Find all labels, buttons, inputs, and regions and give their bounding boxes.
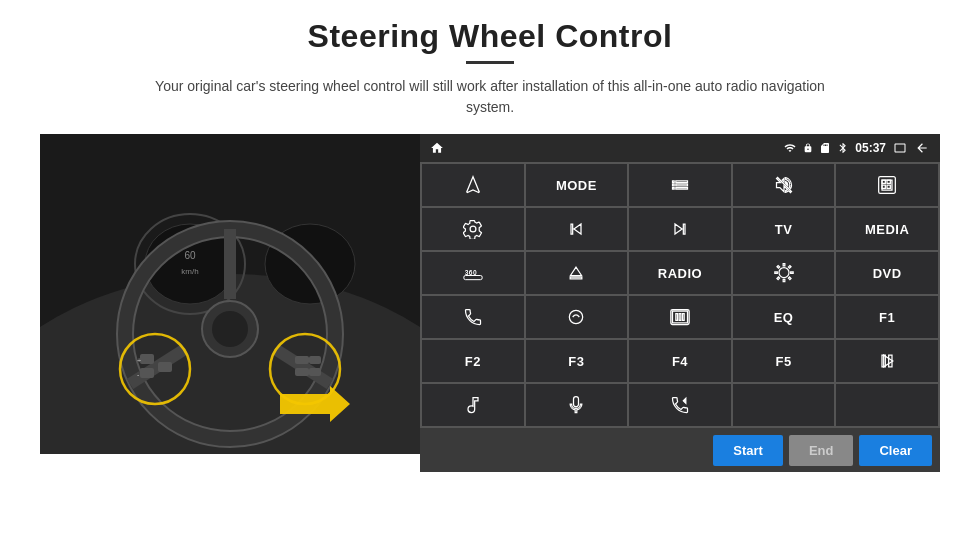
svg-rect-16 bbox=[140, 368, 154, 378]
svg-rect-15 bbox=[140, 354, 154, 364]
home-icon bbox=[430, 141, 444, 155]
svg-rect-19 bbox=[158, 362, 172, 372]
mirror-icon bbox=[892, 142, 908, 154]
car-image: 60 km/h + - bbox=[40, 134, 420, 454]
grid-container: MODETVMEDIA360RADIODVDEQF1F2F3F4F5 bbox=[420, 162, 940, 428]
svg-text:60: 60 bbox=[184, 250, 196, 261]
volphone-icon[interactable] bbox=[629, 384, 731, 426]
content-area: 60 km/h + - bbox=[40, 134, 940, 472]
lock-status-icon bbox=[803, 142, 813, 154]
wifi-status-icon bbox=[783, 142, 797, 154]
media-btn[interactable]: MEDIA bbox=[836, 208, 938, 250]
svg-rect-26 bbox=[464, 276, 482, 280]
svg-text:km/h: km/h bbox=[181, 267, 198, 276]
bluetooth-icon bbox=[837, 141, 849, 155]
control-panel: 05:37 MODETVMEDIA360RADIODVDEQF1F2F3F4F5… bbox=[420, 134, 940, 472]
svg-text:+: + bbox=[137, 357, 141, 364]
next-icon[interactable] bbox=[629, 208, 731, 250]
grid-icon[interactable] bbox=[836, 164, 938, 206]
title-divider bbox=[466, 61, 514, 64]
svg-rect-23 bbox=[309, 356, 321, 364]
tv-btn[interactable]: TV bbox=[733, 208, 835, 250]
mute-icon[interactable] bbox=[733, 164, 835, 206]
svg-point-27 bbox=[570, 310, 583, 323]
empty1[interactable] bbox=[733, 384, 835, 426]
clear-button[interactable]: Clear bbox=[859, 435, 932, 466]
svg-point-13 bbox=[212, 311, 248, 347]
f2-btn[interactable]: F2 bbox=[422, 340, 524, 382]
back-icon bbox=[914, 141, 930, 155]
svg-rect-24 bbox=[309, 368, 321, 376]
svg-rect-21 bbox=[295, 356, 309, 364]
eject-icon[interactable] bbox=[526, 252, 628, 294]
sd-icon bbox=[819, 141, 831, 155]
phone-icon[interactable] bbox=[422, 296, 524, 338]
radio-btn[interactable]: RADIO bbox=[629, 252, 731, 294]
screen-icon[interactable] bbox=[629, 296, 731, 338]
status-bar: 05:37 bbox=[420, 134, 940, 162]
eq-btn[interactable]: EQ bbox=[733, 296, 835, 338]
swipe-icon[interactable] bbox=[526, 296, 628, 338]
navigate-icon[interactable] bbox=[422, 164, 524, 206]
music-icon[interactable] bbox=[422, 384, 524, 426]
360-icon[interactable]: 360 bbox=[422, 252, 524, 294]
status-time: 05:37 bbox=[855, 141, 886, 155]
bottom-bar: Start End Clear bbox=[420, 428, 940, 472]
svg-rect-22 bbox=[295, 368, 309, 376]
start-button[interactable]: Start bbox=[713, 435, 783, 466]
playpause-icon[interactable] bbox=[836, 340, 938, 382]
svg-text:360: 360 bbox=[464, 269, 476, 276]
mode-btn[interactable]: MODE bbox=[526, 164, 628, 206]
end-button[interactable]: End bbox=[789, 435, 854, 466]
settings-icon[interactable] bbox=[422, 208, 524, 250]
prev-icon[interactable] bbox=[526, 208, 628, 250]
empty2[interactable] bbox=[836, 384, 938, 426]
mic-icon[interactable] bbox=[526, 384, 628, 426]
status-left bbox=[430, 141, 444, 155]
list-icon[interactable] bbox=[629, 164, 731, 206]
subtitle: Your original car's steering wheel contr… bbox=[150, 76, 830, 118]
brightness-icon[interactable] bbox=[733, 252, 835, 294]
page-wrapper: Steering Wheel Control Your original car… bbox=[0, 0, 980, 544]
status-right: 05:37 bbox=[783, 141, 930, 155]
page-title: Steering Wheel Control bbox=[308, 18, 673, 55]
f3-btn[interactable]: F3 bbox=[526, 340, 628, 382]
f5-btn[interactable]: F5 bbox=[733, 340, 835, 382]
dvd-btn[interactable]: DVD bbox=[836, 252, 938, 294]
f4-btn[interactable]: F4 bbox=[629, 340, 731, 382]
f1-btn[interactable]: F1 bbox=[836, 296, 938, 338]
